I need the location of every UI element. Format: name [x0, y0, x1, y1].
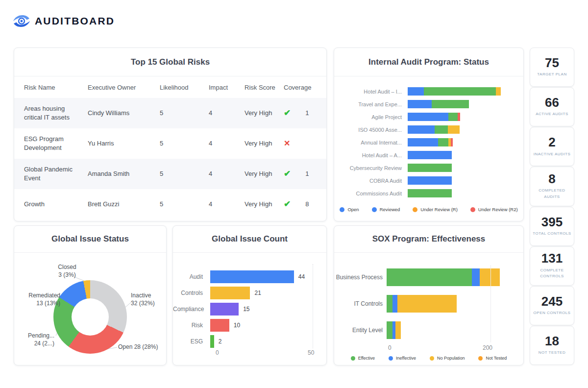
card-header: Global Issue Count	[173, 226, 326, 253]
bar-segment[interactable]	[395, 321, 400, 339]
coverage-cross-icon: ✕	[284, 138, 290, 149]
chart-row: Risk10	[173, 319, 326, 332]
table-row[interactable]: Areas housing critical IT assetsCindy Wi…	[14, 98, 326, 128]
coverage-count: 1	[305, 109, 309, 118]
bar-segment[interactable]	[458, 113, 460, 121]
bar-track	[408, 100, 469, 108]
kpi-card[interactable]: 2INACTIVE AUDITS	[530, 127, 574, 166]
table-cell: Very High	[245, 109, 284, 118]
kpi-card[interactable]: 18NOT TESTED	[530, 326, 574, 365]
bar-segment[interactable]	[408, 164, 452, 172]
legend-item[interactable]: Reviewed	[372, 207, 400, 212]
column-header[interactable]: Impact	[209, 84, 245, 91]
legend-item[interactable]: Open	[340, 207, 359, 212]
bar-segment[interactable]	[210, 270, 294, 283]
column-header[interactable]: Risk Score	[245, 84, 284, 91]
kpi-card[interactable]: 8COMPLETED AUDITS	[530, 167, 574, 206]
bar-segment[interactable]	[397, 295, 457, 313]
kpi-label: TARGET PLAN	[537, 72, 566, 78]
bar-segment[interactable]	[472, 268, 479, 286]
kpi-value: 8	[548, 172, 555, 186]
kpi-card[interactable]: 75TARGET PLAN	[530, 48, 574, 87]
card-header: SOX Program: Effectiveness	[334, 226, 523, 253]
bar-segment[interactable]	[387, 321, 392, 339]
kpi-card[interactable]: 131COMPLETE CONTROLS	[530, 246, 574, 286]
value-label: 44	[298, 273, 305, 280]
table-row[interactable]: GrowthBrett Guzzi54Very High✔8	[14, 189, 326, 219]
bar-segment[interactable]	[438, 138, 448, 146]
legend-label: No Population	[437, 356, 465, 361]
table-cell: ESG Program Development	[24, 135, 88, 152]
chart-row: Cybersecurity Review	[334, 164, 523, 172]
bar-segment[interactable]	[432, 100, 468, 108]
table-cell: 4	[209, 200, 245, 209]
table-cell: 4	[209, 139, 245, 148]
bar-segment[interactable]	[408, 113, 448, 121]
value-label: 15	[243, 306, 249, 313]
legend-item[interactable]: No Population	[430, 356, 465, 361]
legend-label: Open	[347, 207, 359, 212]
column-header[interactable]: Coverage	[284, 84, 326, 91]
sox-rows: Business ProcessIT ControlsEntity Level	[334, 268, 523, 348]
column-header[interactable]: Likelihood	[160, 84, 209, 91]
bar-segment[interactable]	[387, 295, 392, 313]
legend-label: Ineffective	[396, 356, 416, 361]
bar-segment[interactable]	[210, 303, 239, 315]
bar-segment[interactable]	[448, 113, 458, 121]
legend-item[interactable]: Not Tested	[478, 356, 507, 361]
legend-item[interactable]: Under Review (R)	[413, 207, 458, 212]
kpi-label: NOT TESTED	[539, 350, 565, 356]
bar-segment[interactable]	[408, 100, 432, 108]
bar-segment[interactable]	[210, 287, 250, 299]
value-label: 10	[234, 322, 240, 329]
table-cell: Amanda Smith	[88, 170, 160, 178]
coverage-cell: ✔8	[284, 199, 326, 210]
table-cell: Cindy Williams	[88, 109, 160, 118]
legend-item[interactable]: Effective	[351, 356, 375, 361]
bar-segment[interactable]	[392, 295, 397, 313]
kpi-label: COMPLETED AUDITS	[533, 188, 571, 200]
kpi-card[interactable]: 395TOTAL CONTROLS	[530, 207, 574, 246]
table-row[interactable]: Global Pandemic EventAmanda Smith54Very …	[14, 159, 326, 189]
bar-segment[interactable]	[424, 87, 495, 96]
table-cell: 5	[160, 200, 209, 209]
bar-segment[interactable]	[408, 87, 424, 96]
max-gridline	[313, 264, 313, 348]
column-header[interactable]: Executive Owner	[88, 84, 160, 91]
legend-item[interactable]: Under Review (R2)	[470, 207, 518, 212]
chart-row: Commissions Audit	[334, 189, 523, 197]
table-cell: Very High	[245, 200, 284, 209]
bar-segment[interactable]	[451, 138, 453, 146]
donut-label-closed: Closed 3 (3%)	[43, 263, 92, 279]
bar-segment[interactable]	[408, 125, 435, 134]
donut-label-open: Open 28 (28%)	[118, 343, 158, 351]
audit-status-rows: Hotel Audit – I...Travel and Expe...Agil…	[334, 87, 523, 202]
chart-row: IT Controls	[334, 295, 523, 313]
table-cell: Global Pandemic Event	[24, 165, 88, 182]
legend-dot	[351, 356, 355, 361]
bar-segment[interactable]	[448, 125, 460, 134]
legend-item[interactable]: Ineffective	[389, 356, 416, 361]
kpi-card[interactable]: 245OPEN CONTROLS	[530, 286, 574, 325]
bar-segment[interactable]	[408, 151, 452, 159]
bar-segment[interactable]	[210, 319, 229, 332]
kpi-value: 395	[541, 216, 563, 229]
audit-status-legend: OpenReviewedUnder Review (R)Under Review…	[334, 207, 523, 212]
bar-segment[interactable]	[408, 138, 438, 146]
table-row[interactable]: ESG Program DevelopmentYu Harris54Very H…	[14, 128, 326, 159]
kpi-card[interactable]: 66ACTIVE AUDITS	[530, 87, 574, 126]
bar-segment[interactable]	[496, 87, 501, 96]
legend-label: Under Review (R2)	[478, 207, 518, 212]
column-header[interactable]: Risk Name	[24, 84, 88, 91]
category-label: ESG	[173, 338, 210, 345]
category-label: Compliance	[173, 306, 210, 313]
bar-segment[interactable]	[480, 268, 500, 286]
card-header: Top 15 Global Risks	[14, 48, 326, 76]
bar-segment[interactable]	[387, 268, 472, 286]
bar-segment[interactable]	[210, 335, 214, 348]
table-cell: 4	[209, 109, 245, 118]
bar-segment[interactable]	[408, 189, 452, 197]
kpi-label: OPEN CONTROLS	[534, 310, 571, 316]
bar-segment[interactable]	[408, 176, 452, 185]
bar-segment[interactable]	[435, 125, 448, 134]
